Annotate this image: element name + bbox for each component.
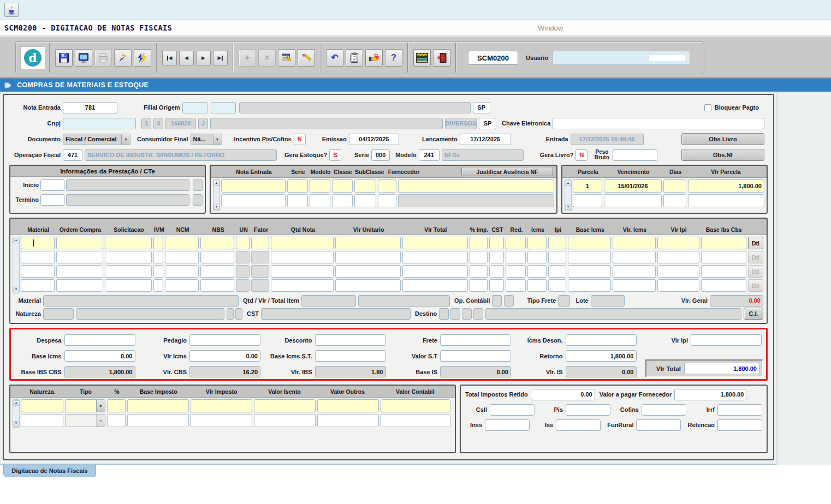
grid-cell[interactable] (701, 279, 746, 292)
grid-cell[interactable] (310, 194, 330, 207)
scroll-up-icon[interactable]: ▲ (213, 181, 219, 186)
grid-cell[interactable] (613, 237, 656, 249)
dtl-button[interactable]: Dtl (748, 237, 763, 249)
scroll-up-icon[interactable]: ▲ (13, 238, 19, 243)
lancamento-field[interactable]: 17/12/2025 (460, 134, 511, 145)
menu-window[interactable]: Window (538, 24, 563, 32)
grid-cell[interactable] (105, 251, 152, 263)
grid-cell[interactable] (165, 251, 199, 263)
grid-cell[interactable] (310, 179, 330, 193)
documento-select[interactable]: Fiscal / Comercial ▼ (63, 134, 130, 145)
ci-button[interactable]: C.I. (744, 308, 763, 320)
grid-cell[interactable] (236, 237, 250, 249)
cnpj-field[interactable] (63, 118, 136, 129)
impostos-scrollbar[interactable]: ▲ ▼ (13, 399, 20, 428)
program-code-field[interactable]: SCM0200 (468, 51, 518, 65)
material-cell[interactable] (21, 237, 55, 249)
grid-cell[interactable] (527, 237, 547, 249)
grid-cell[interactable] (527, 251, 547, 263)
tipo-select[interactable]: ▼ (65, 399, 105, 412)
grid-cell[interactable] (613, 265, 656, 278)
grid-cell[interactable] (701, 251, 746, 263)
filial-origem-code2-field[interactable] (211, 102, 236, 113)
grid-cell[interactable] (613, 279, 656, 292)
grid-cell[interactable] (56, 237, 103, 249)
nav-last-button[interactable]: ▶ (213, 51, 228, 65)
grid-cell[interactable] (165, 265, 199, 278)
grid-cell[interactable] (221, 194, 286, 207)
scroll-up-icon[interactable]: ▲ (565, 181, 571, 186)
grid-cell[interactable] (191, 399, 252, 412)
grid-cell[interactable] (381, 399, 450, 412)
grid-cell[interactable] (271, 237, 334, 249)
grid-cell[interactable] (165, 279, 199, 292)
operacao-fiscal-field[interactable]: 471 (63, 149, 82, 161)
grid-cell[interactable] (56, 251, 103, 263)
add-record-button[interactable]: + (239, 49, 256, 67)
grid-cell[interactable] (271, 251, 334, 263)
irrf-field[interactable] (717, 404, 762, 416)
save-button[interactable] (55, 49, 73, 67)
grid-cell[interactable] (332, 194, 353, 207)
serie-field[interactable]: 000 (371, 149, 390, 161)
grid-cell[interactable] (153, 265, 163, 278)
parcela-cell[interactable]: 1 (573, 179, 602, 193)
grid-cell[interactable] (200, 279, 234, 292)
despesa-field[interactable] (64, 334, 135, 346)
grid-cell[interactable] (527, 265, 547, 278)
grid-cell[interactable] (21, 251, 55, 263)
grid-cell[interactable] (287, 194, 308, 207)
valor-pagar-field[interactable]: 1,800.00 (674, 389, 746, 400)
incentivo-field[interactable]: N (294, 134, 306, 145)
scroll-down-icon[interactable]: ▼ (13, 421, 19, 427)
inss-field[interactable] (485, 419, 530, 431)
grid-cell[interactable] (506, 279, 526, 292)
tipo-select[interactable]: ▼ (65, 414, 105, 427)
gera-estoque-field[interactable]: S (329, 149, 341, 161)
grid-cell[interactable] (657, 265, 699, 278)
scroll-down-icon[interactable]: ▼ (565, 205, 571, 210)
help-pointer-button[interactable]: ? (114, 49, 132, 67)
vlr-ipi-field[interactable] (691, 334, 762, 346)
dias-cell[interactable] (663, 179, 686, 193)
grid-cell[interactable] (191, 414, 252, 427)
bloquear-pagto-checkbox[interactable] (704, 104, 711, 111)
grid-cell[interactable] (548, 237, 566, 249)
retencao-field[interactable] (717, 419, 762, 431)
grid-cell[interactable] (287, 179, 308, 193)
emissao-field[interactable]: 04/12/2025 (349, 134, 399, 145)
usuario-field[interactable] (553, 51, 690, 65)
cofins-field[interactable] (642, 404, 686, 416)
grid-cell[interactable] (489, 279, 504, 292)
consumidor-final-select[interactable]: Nã... ▼ (191, 134, 222, 145)
grid-cell[interactable] (153, 251, 163, 263)
delete-record-button[interactable]: × (258, 49, 276, 67)
total-retido-field[interactable]: 0.00 (531, 389, 595, 400)
grid-cell[interactable] (568, 265, 611, 278)
uf-fornecedor-field[interactable]: SP (479, 118, 496, 129)
grid-cell[interactable] (105, 265, 152, 278)
scroll-down-icon[interactable]: ▼ (213, 205, 219, 210)
iss-field[interactable] (556, 419, 601, 431)
items-scrollbar[interactable]: ▲ ▼ (13, 237, 20, 293)
pis-field[interactable] (566, 404, 610, 416)
dtl-button[interactable]: Dtl (748, 265, 763, 278)
grid-cell[interactable] (506, 251, 526, 263)
justificar-ausencia-button[interactable]: Justificar Ausência NF (461, 167, 553, 176)
chave-eletronica-field[interactable] (553, 118, 764, 129)
grid-cell[interactable] (254, 414, 316, 427)
grid-cell[interactable] (56, 265, 103, 278)
edit-window-button[interactable] (278, 49, 295, 67)
dtl-button[interactable]: Dtl (748, 279, 763, 292)
grid-cell[interactable] (470, 265, 488, 278)
grid-cell[interactable] (105, 237, 152, 249)
grid-cell[interactable] (548, 279, 566, 292)
grid-cell[interactable] (354, 194, 376, 207)
grid-cell[interactable] (548, 265, 566, 278)
grid-cell[interactable] (21, 265, 55, 278)
dias-cell[interactable] (663, 194, 686, 207)
grid-cell[interactable] (332, 179, 353, 193)
grid-cell[interactable] (506, 265, 526, 278)
frete-field[interactable] (440, 334, 511, 346)
grid-cell[interactable] (271, 279, 334, 292)
